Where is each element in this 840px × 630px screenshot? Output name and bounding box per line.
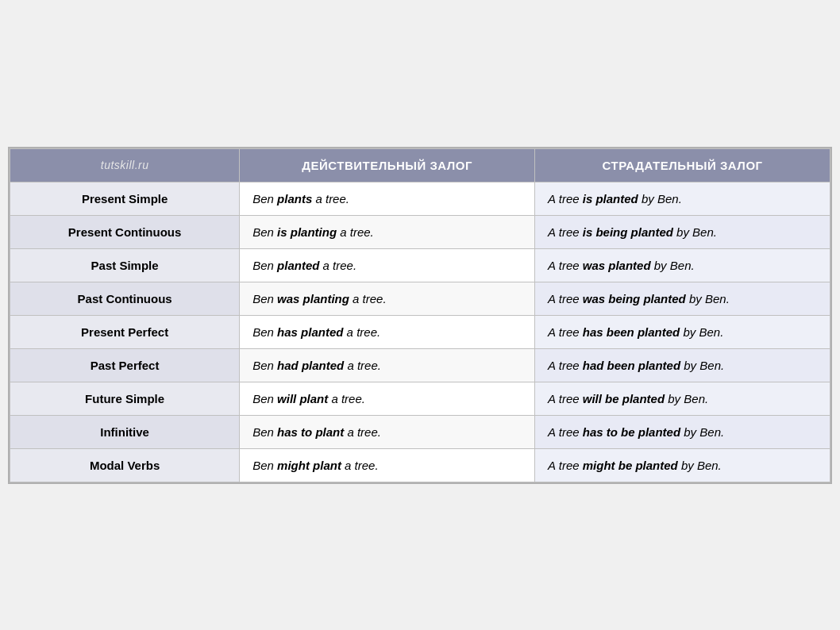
passive-voice-header: СТРАДАТЕЛЬНЫЙ ЗАЛОГ xyxy=(535,148,830,182)
grammar-table: tutskill.ru ДЕЙСТВИТЕЛЬНЫЙ ЗАЛОГ СТРАДАТ… xyxy=(8,147,832,484)
passive-voice-cell: A tree was being planted by Ben. xyxy=(535,282,830,315)
table-row: Present SimpleBen plants a tree.A tree i… xyxy=(10,182,830,215)
tense-label: Future Simple xyxy=(10,382,240,415)
passive-voice-cell: A tree has to be planted by Ben. xyxy=(535,415,830,448)
table-row: Present ContinuousBen is planting a tree… xyxy=(10,215,830,248)
active-voice-cell: Ben has planted a tree. xyxy=(240,315,535,348)
active-voice-cell: Ben has to plant a tree. xyxy=(240,415,535,448)
tense-label: Past Simple xyxy=(10,248,240,282)
tense-label: Present Continuous xyxy=(10,215,240,248)
tense-label: Present Simple xyxy=(10,182,240,215)
active-voice-cell: Ben planted a tree. xyxy=(240,248,535,282)
passive-voice-cell: A tree is planted by Ben. xyxy=(535,182,830,215)
passive-voice-cell: A tree was planted by Ben. xyxy=(535,248,830,282)
passive-voice-cell: A tree is being planted by Ben. xyxy=(535,215,830,248)
active-voice-cell: Ben plants a tree. xyxy=(240,182,535,215)
table-row: InfinitiveBen has to plant a tree.A tree… xyxy=(10,415,830,448)
table-row: Past ContinuousBen was planting a tree.A… xyxy=(10,282,830,315)
active-voice-cell: Ben was planting a tree. xyxy=(240,282,535,315)
tense-label: Infinitive xyxy=(10,415,240,448)
tense-label: Present Perfect xyxy=(10,315,240,348)
tense-label: Modal Verbs xyxy=(10,448,240,482)
table-header: tutskill.ru ДЕЙСТВИТЕЛЬНЫЙ ЗАЛОГ СТРАДАТ… xyxy=(10,148,830,182)
active-voice-cell: Ben will plant a tree. xyxy=(240,382,535,415)
table-row: Modal VerbsBen might plant a tree.A tree… xyxy=(10,448,830,482)
passive-voice-cell: A tree had been planted by Ben. xyxy=(535,348,830,382)
passive-voice-cell: A tree has been planted by Ben. xyxy=(535,315,830,348)
table-row: Future SimpleBen will plant a tree.A tre… xyxy=(10,382,830,415)
tense-label: Past Continuous xyxy=(10,282,240,315)
table-row: Present PerfectBen has planted a tree.A … xyxy=(10,315,830,348)
active-voice-cell: Ben had planted a tree. xyxy=(240,348,535,382)
table-row: Past SimpleBen planted a tree.A tree was… xyxy=(10,248,830,282)
brand-cell: tutskill.ru xyxy=(10,148,240,182)
active-voice-header: ДЕЙСТВИТЕЛЬНЫЙ ЗАЛОГ xyxy=(240,148,535,182)
tense-label: Past Perfect xyxy=(10,348,240,382)
passive-voice-cell: A tree might be planted by Ben. xyxy=(535,448,830,482)
active-voice-cell: Ben is planting a tree. xyxy=(240,215,535,248)
passive-voice-cell: A tree will be planted by Ben. xyxy=(535,382,830,415)
active-voice-cell: Ben might plant a tree. xyxy=(240,448,535,482)
table-row: Past PerfectBen had planted a tree.A tre… xyxy=(10,348,830,382)
